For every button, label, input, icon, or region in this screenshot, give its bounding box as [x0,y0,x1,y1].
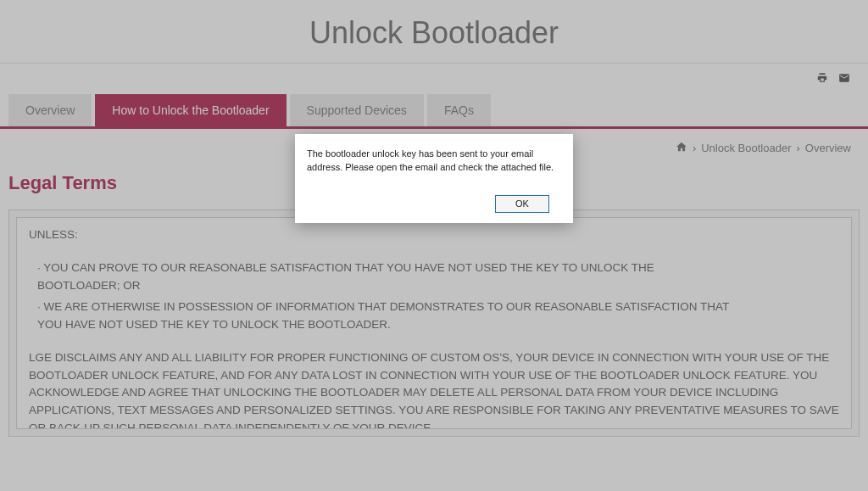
ok-button[interactable]: OK [495,195,549,213]
modal-overlay [0,0,868,491]
alert-dialog: The bootloader unlock key has been sent … [295,134,573,223]
alert-message: The bootloader unlock key has been sent … [307,148,561,175]
